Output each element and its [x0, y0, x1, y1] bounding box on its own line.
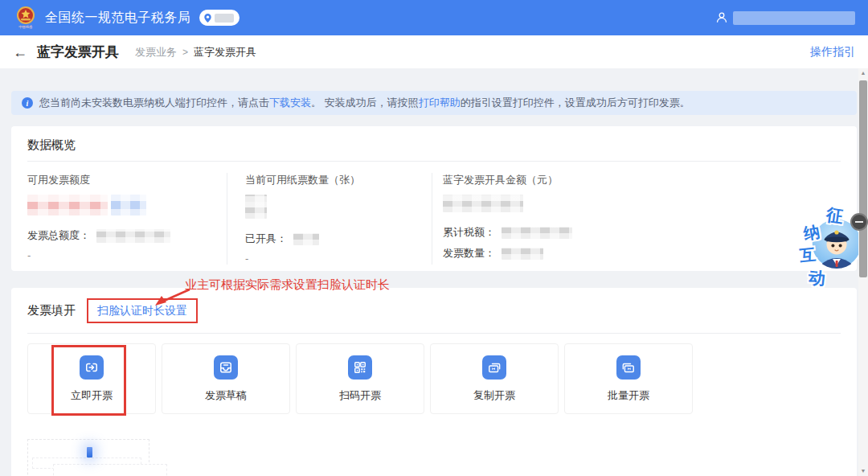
username-redacted — [733, 11, 855, 25]
card-label: 复制开票 — [473, 388, 515, 403]
draft-inbox-icon — [214, 355, 238, 380]
scroll-up-arrow[interactable]: ▲ — [858, 68, 868, 78]
assistant-minimize-button[interactable] — [850, 213, 868, 231]
invoice-count-label: 发票数量： — [443, 246, 495, 261]
info-icon: i — [22, 97, 33, 109]
card-label: 批量开票 — [608, 388, 649, 403]
card-copy-invoice[interactable]: 复制开票 — [430, 343, 559, 414]
breadcrumb-item-invoice-business[interactable]: 发票业务 — [135, 45, 177, 60]
top-header: 中国税务 全国统一规范电子税务局 — [0, 0, 868, 35]
assistant-char: 动 — [808, 266, 827, 290]
card-label: 发票草稿 — [205, 388, 247, 403]
available-quota-value-redacted — [27, 195, 108, 215]
breadcrumb: 发票业务 > 蓝字发票开具 — [135, 45, 256, 60]
annotation-arrow-icon — [153, 287, 193, 308]
total-quota-value-redacted — [96, 229, 170, 243]
logo-caption: 中国税务 — [18, 26, 33, 28]
banner-text-mid: 。 安装成功后，请按照 — [311, 96, 419, 110]
accumulated-tax-label: 累计税额： — [443, 225, 495, 240]
batch-ticket-icon — [616, 355, 641, 380]
scrollbar-thumb[interactable] — [859, 80, 867, 277]
assistant-char: 互 — [799, 244, 817, 267]
issued-label: 已开具： — [245, 232, 287, 246]
overview-section-title: 数据概览 — [27, 137, 841, 153]
divider — [27, 161, 841, 162]
card-invoice-draft[interactable]: 发票草稿 — [162, 343, 290, 414]
issue-now-highlight-box — [51, 345, 126, 416]
blue-invoice-amount-value-redacted — [443, 195, 523, 212]
breadcrumb-item-current: 蓝字发票开具 — [194, 45, 256, 60]
divider — [27, 333, 841, 334]
account-area[interactable] — [715, 11, 855, 25]
banner-text-after: 的指引设置打印控件，设置成功后方可打印发票。 — [461, 96, 690, 110]
invoice-fill-title: 发票填开 — [27, 303, 76, 318]
national-emblem-logo: 中国税务 — [13, 6, 39, 30]
scrollbar: ▲ ▼ — [858, 68, 868, 476]
total-quota-label: 发票总额度： — [27, 228, 90, 243]
overview-col-blue-invoice-amount: 蓝字发票开具金额（元） 累计税额： 发票数量： — [432, 173, 841, 265]
app-title: 全国统一规范电子税务局 — [45, 10, 191, 27]
available-quota-value-redacted-2 — [111, 195, 146, 215]
card-batch-invoice[interactable]: 批量开票 — [564, 343, 693, 414]
dash-value: - — [245, 252, 432, 265]
title-bar: ← 蓝字发票开具 发票业务 > 蓝字发票开具 操作指引 — [0, 35, 868, 68]
copy-ticket-icon — [482, 355, 506, 380]
page-title: 蓝字发票开具 — [37, 43, 119, 61]
card-scan-to-invoice[interactable]: 扫码开票 — [296, 343, 424, 414]
print-help-link[interactable]: 打印帮助 — [419, 96, 461, 110]
banner-text-before: 您当前尚未安装数电票纳税人端打印控件，请点击 — [39, 96, 269, 110]
scroll-down-arrow[interactable]: ▼ — [858, 466, 868, 476]
accumulated-tax-value-redacted — [502, 227, 572, 239]
invoice-count-value-redacted — [502, 248, 543, 260]
paper-tickets-value-redacted — [245, 195, 267, 219]
ghost-skeleton-box — [53, 464, 167, 476]
location-pin-icon — [203, 13, 212, 23]
location-selector[interactable] — [199, 10, 240, 26]
page: 中国税务 全国统一规范电子税务局 ← 蓝字发票开具 发票业务 > 蓝字发票开具 — [0, 0, 868, 476]
location-name-redacted — [215, 14, 234, 23]
operation-guide-link[interactable]: 操作指引 — [810, 45, 855, 60]
dash-value: - — [27, 249, 227, 261]
print-control-banner: i 您当前尚未安装数电票纳税人端打印控件，请点击 下载安装 。 安装成功后，请按… — [11, 91, 857, 115]
emblem-icon — [16, 6, 35, 25]
back-button[interactable]: ← — [13, 45, 27, 60]
download-install-link[interactable]: 下载安装 — [269, 96, 311, 110]
assistant-char: 征 — [825, 203, 845, 228]
annotation-text: 业主可根据实际需求设置扫脸认证时长 — [185, 277, 390, 293]
card-label: 扫码开票 — [339, 388, 381, 403]
available-quota-label: 可用发票额度 — [27, 173, 227, 187]
breadcrumb-separator: > — [182, 47, 188, 58]
overview-col-available-quota: 可用发票额度 发票总额度： - — [27, 173, 227, 265]
invoice-action-cards: 立即开票 发票草稿 — [27, 343, 841, 414]
user-icon — [715, 11, 728, 24]
ghost-cursor-bar — [87, 447, 92, 458]
paper-tickets-label: 当前可用纸票数量（张） — [245, 173, 432, 187]
blue-invoice-amount-label: 蓝字发票开具金额（元） — [443, 173, 841, 187]
data-overview-section: 数据概览 可用发票额度 发票总额度： - 当前可用纸票数量（张） — [11, 126, 857, 271]
overview-col-paper-tickets: 当前可用纸票数量（张） 已开具： - — [227, 173, 432, 265]
qr-code-icon — [348, 355, 372, 380]
issued-value-redacted — [293, 233, 319, 245]
